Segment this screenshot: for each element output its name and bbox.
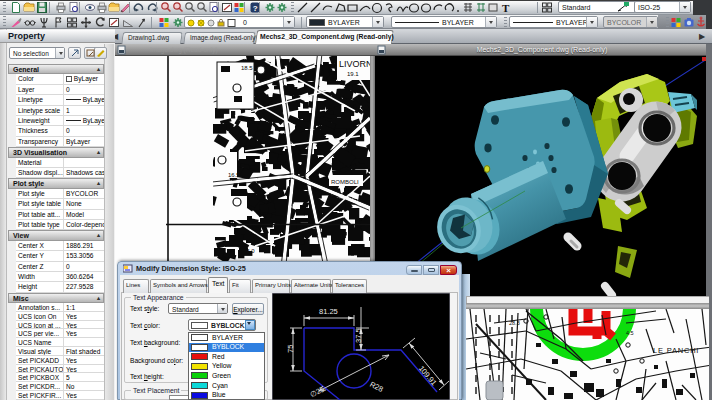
svg-text:75: 75 xyxy=(286,345,295,353)
svg-text:?: ? xyxy=(253,4,258,13)
svg-text:19.1: 19.1 xyxy=(347,71,359,77)
svg-text:16.5: 16.5 xyxy=(228,172,240,178)
svg-text:18.4: 18.4 xyxy=(232,190,244,196)
svg-text:18.0: 18.0 xyxy=(243,248,255,254)
svg-text:T: T xyxy=(502,2,510,14)
svg-text:81.25: 81.25 xyxy=(319,307,338,316)
svg-text:28.3: 28.3 xyxy=(509,320,520,326)
svg-text:ROMBOLI: ROMBOLI xyxy=(331,179,359,185)
svg-text:37.5: 37.5 xyxy=(354,328,363,343)
svg-text:LIVORN: LIVORN xyxy=(339,59,370,69)
svg-text:4.5: 4.5 xyxy=(626,330,634,336)
svg-text:18.5: 18.5 xyxy=(241,65,253,71)
svg-text:LE PANCHI: LE PANCHI xyxy=(653,346,699,355)
